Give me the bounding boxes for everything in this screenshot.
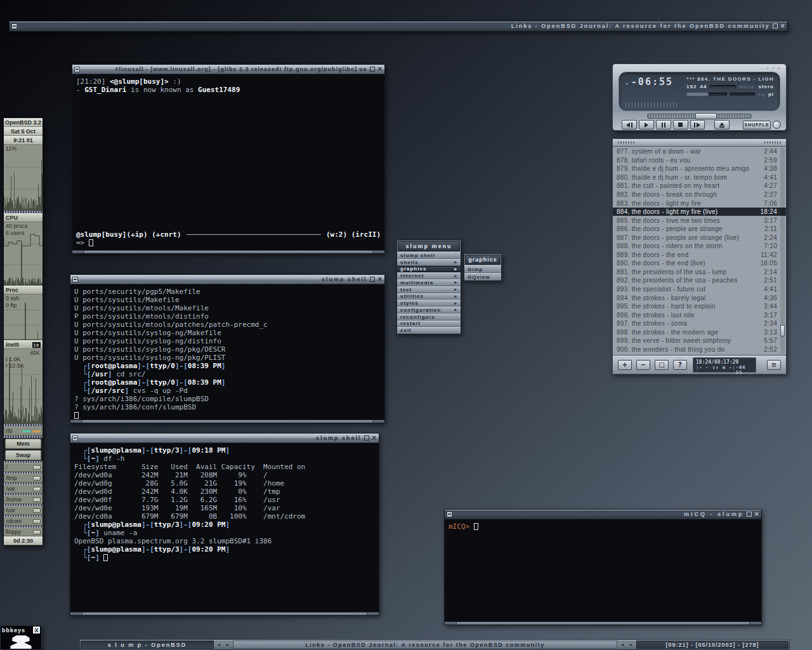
playlist-item[interactable]: 895. the strokes - hard to explain3:44 (613, 302, 786, 311)
playlist-item[interactable]: 887. the doors - people are strange (liv… (613, 233, 786, 242)
resize-grip[interactable] (72, 250, 384, 253)
playlist-item[interactable]: 880. thaíde e dj hum - sr. tempo bom4:41 (613, 173, 786, 182)
resize-grip[interactable] (445, 621, 761, 625)
menu-item-reconfigure[interactable]: reconfigure (397, 314, 461, 321)
proc-section-label[interactable]: Proc (4, 286, 43, 295)
fs-row-rootusr[interactable]: /usr (4, 506, 43, 515)
close-icon[interactable]: × (377, 67, 383, 72)
swap-meter[interactable]: Swap (5, 450, 41, 460)
maximize-icon[interactable] (747, 512, 752, 517)
pause-button[interactable] (656, 120, 671, 129)
minimize-icon[interactable] (72, 277, 78, 282)
scroll-handle[interactable] (780, 325, 785, 336)
playlist-item[interactable]: 886. the doors - people are strange2:11 (613, 225, 786, 234)
shell-titlebar[interactable]: slump shell × (70, 275, 384, 284)
seek-bar[interactable] (647, 114, 752, 119)
playlist-toggle[interactable]: pl (768, 91, 774, 97)
player-window-buttons[interactable] (765, 66, 780, 69)
next-button[interactable] (690, 120, 705, 129)
balance-slider[interactable] (710, 85, 735, 89)
minimize-icon[interactable] (447, 512, 452, 517)
fs-row-root[interactable]: / (4, 463, 43, 472)
menu-item-shells[interactable]: shells▸ (397, 259, 461, 266)
fs-mount-button[interactable] (33, 476, 41, 481)
progress-bar[interactable] (686, 93, 727, 96)
maximize-icon[interactable] (364, 435, 369, 441)
playlist-item[interactable]: 899. the verve - bitter sweet simphony5:… (613, 336, 786, 345)
playlist-item[interactable]: 892. the presidents of the usa - peaches… (613, 276, 786, 285)
network-chart[interactable]: 45K t 1.0K r 12.5K (4, 349, 43, 424)
workspace-label[interactable]: s l u m p - OpenBSD (81, 640, 214, 649)
playlist-scrollbar[interactable] (780, 148, 785, 354)
fs-mount-button[interactable] (33, 465, 41, 470)
repeat-button[interactable] (773, 121, 781, 129)
inet-section-label[interactable]: inet0 IO (4, 340, 43, 349)
irc-titlebar[interactable]: #linuxall - [www.linuxall.org] - [glibc … (72, 65, 384, 74)
fs-row-cdrom[interactable]: cdrom (4, 517, 43, 526)
audio-player[interactable]: ▸-06:55 *** 884. THE DOORS - LIGHT MY 19… (612, 63, 787, 131)
playlist-item[interactable]: 877. system of a down - war2:44 (613, 147, 786, 156)
close-icon[interactable]: × (372, 435, 377, 441)
previous-button[interactable] (622, 120, 637, 129)
nic-row[interactable]: rl0 (4, 427, 43, 435)
workspace-prev-arrow[interactable]: ◂ (214, 640, 223, 649)
memory-meter[interactable]: Mem (5, 439, 41, 449)
playlist-item[interactable]: 889. the doors - the end11:42 (613, 251, 786, 260)
volume-slider[interactable] (625, 102, 679, 107)
stop-button[interactable] (673, 120, 688, 129)
taskbar-task-links[interactable]: Links - OpenBSD Journal: A resource for … (233, 640, 617, 649)
menu-item-styles[interactable]: styles▸ (397, 300, 461, 307)
process-chart[interactable]: 40 procs 6 users (4, 222, 43, 286)
workspace-next-arrow[interactable]: ▸ (223, 640, 232, 649)
menu-item-slump-shell[interactable]: slump shell (397, 252, 461, 259)
list-button[interactable]: ≡ (767, 360, 781, 370)
playlist-item[interactable]: 893. the specialist - future cut4:41 (613, 285, 786, 294)
select-button[interactable]: □ (655, 360, 669, 370)
eject-button[interactable] (714, 120, 730, 129)
maximize-icon[interactable] (370, 67, 375, 72)
daemon-chart[interactable]: 0 ssh 0 ftp (4, 295, 43, 340)
menu-item-utilities[interactable]: utilities▸ (397, 293, 461, 300)
menu-item-graphics[interactable]: graphics▸ (397, 266, 461, 273)
links-window-titlebar[interactable]: Links - OpenBSD Journal: A resource for … (9, 21, 788, 32)
close-icon[interactable]: X (33, 627, 40, 633)
playlist-item[interactable]: 900. the wonders - that thing you do2:52 (613, 345, 786, 354)
minimize-icon[interactable] (72, 435, 78, 441)
task-next-arrow[interactable]: ▸ (627, 640, 636, 649)
playlist-item[interactable]: 878. tafari roots - eu vou2:59 (613, 156, 786, 165)
fs-row-roothome[interactable]: /home (4, 495, 43, 504)
irc-terminal[interactable]: [21:20] <@slump[busy]> :)- GST_Dinari is… (72, 74, 384, 250)
minimize-icon[interactable] (11, 23, 17, 29)
shell-terminal[interactable]: ┌[slump@plasma]-[ttyp/3]-[09:18 PM] └[~]… (70, 443, 379, 612)
playlist-item[interactable]: 891. the presidents of the usa - lump2:1… (613, 268, 786, 277)
menu-item-text[interactable]: text▸ (397, 286, 461, 293)
bbkeys-titlebar[interactable]: bbkeys X (1, 626, 41, 634)
playlist-item[interactable]: 881. the cult - painted on my heart4:27 (613, 182, 786, 190)
track-title-marquee[interactable]: *** 884. THE DOORS - LIGHT MY (686, 76, 774, 82)
task-prev-arrow[interactable]: ◂ (618, 640, 627, 649)
remove-button[interactable]: − (636, 360, 650, 370)
mini-transport-icons[interactable]: |◂ ▸ ▮▮ ■ ▸| ▴ (696, 365, 736, 375)
fs-row-roottmp[interactable]: /tmp (4, 474, 43, 482)
menu-item-exit[interactable]: exit (397, 327, 461, 334)
fs-mount-button[interactable] (33, 508, 41, 513)
playlist-item[interactable]: 882. the doors - break on through2:27 (613, 190, 786, 199)
playlist-item[interactable]: 897. the strokes - soma2:34 (613, 319, 786, 328)
fs-mount-button[interactable] (33, 487, 41, 491)
playlist-item[interactable]: 890. the doors - the end (live)16:05 (613, 259, 786, 268)
micq-titlebar[interactable]: mICQ - slump × (445, 510, 761, 519)
cpu-section-label[interactable]: CPU (4, 213, 43, 222)
menu-item-internet[interactable]: internet▸ (397, 272, 461, 279)
fs-row-floppy[interactable]: floppy (4, 527, 43, 536)
fs-mount-button[interactable] (33, 498, 41, 502)
misc-button[interactable]: ? (673, 360, 687, 370)
playlist-item[interactable]: 898. the strokes - the modern age3:13 (613, 328, 786, 336)
maximize-icon[interactable] (370, 277, 375, 282)
equalizer-toggle[interactable]: eq (758, 91, 765, 97)
playlist-item[interactable]: 884. the doors - light my fire (live)18:… (613, 208, 786, 216)
playlist-titlebar[interactable] (613, 139, 786, 147)
menu-item-gimp[interactable]: Gimp (464, 265, 501, 273)
time-display[interactable]: ▸-06:55 (625, 76, 686, 88)
shuffle-button[interactable]: SHUFFLE (743, 121, 771, 129)
playlist-item[interactable]: 888. the doors - riders on the storm7:10 (613, 242, 786, 251)
